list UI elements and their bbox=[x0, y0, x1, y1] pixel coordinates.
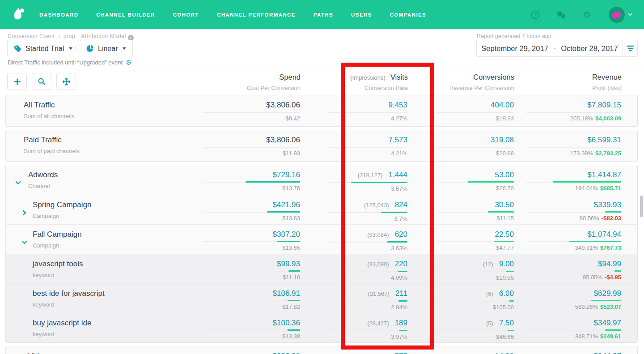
row-type: keyword bbox=[33, 301, 105, 308]
nav-item-dashboard[interactable]: DASHBOARD bbox=[39, 12, 78, 17]
table-header: Spend Cost Per Conversion (Impressions)V… bbox=[5, 69, 638, 94]
filter-icon[interactable] bbox=[623, 40, 637, 56]
help-icon[interactable]: ? bbox=[531, 10, 540, 19]
row-name[interactable]: Video bbox=[28, 352, 50, 354]
table-row[interactable]: Adwords Channel $729.16 $13.76 (218,127)… bbox=[6, 165, 637, 195]
spend-cell: $299.98 bbox=[193, 352, 300, 354]
visits-value[interactable]: 189 bbox=[395, 319, 407, 327]
row-name[interactable]: All Traffic bbox=[24, 101, 74, 110]
visits-value[interactable]: 220 bbox=[395, 260, 407, 268]
row-name[interactable]: Fall Campaign bbox=[33, 230, 82, 239]
conversion-event-dropdown[interactable]: Started Trial bbox=[7, 40, 79, 57]
search-button[interactable] bbox=[32, 73, 51, 90]
attribution-logo[interactable] bbox=[10, 7, 25, 22]
move-button[interactable] bbox=[56, 73, 76, 90]
chevron-down-icon[interactable] bbox=[15, 180, 21, 186]
nav-item-cohort[interactable]: COHORT bbox=[173, 12, 199, 17]
table-row[interactable]: Spring Campaign Campaign $421.96 $13.83 … bbox=[6, 195, 637, 224]
conversions-value[interactable]: 319.08 bbox=[491, 136, 514, 144]
table-row[interactable]: javascript tools keyword $99.93 $11.10 (… bbox=[6, 254, 637, 283]
visits-value[interactable]: 824 bbox=[395, 200, 407, 209]
nav-item-paths[interactable]: PATHS bbox=[314, 12, 333, 17]
visits-value[interactable]: 9,453 bbox=[388, 101, 407, 109]
revenue-value[interactable]: $1,074.94 bbox=[587, 230, 621, 239]
revenue-value[interactable]: $339.93 bbox=[594, 200, 621, 209]
profit-percent: 589.26% bbox=[575, 303, 598, 310]
visits-value[interactable]: 575 bbox=[395, 352, 407, 354]
conversion-rate: 2.84% bbox=[300, 304, 407, 311]
column-header-conversions[interactable]: Conversions Revenue Per Conversion bbox=[407, 73, 514, 91]
nav-item-companies[interactable]: COMPANIES bbox=[390, 12, 426, 17]
table-row[interactable]: best ide for javascript keyword $106.91 … bbox=[6, 283, 637, 313]
nav-item-users[interactable]: USERS bbox=[351, 12, 372, 17]
conversions-value[interactable]: 6.00 bbox=[499, 289, 514, 298]
vertical-scrollbar-thumb[interactable] bbox=[640, 196, 643, 217]
column-header-visits[interactable]: (Impressions)Visits Conversion Rate bbox=[301, 73, 408, 91]
spend-value[interactable]: $307.20 bbox=[193, 230, 300, 239]
attribution-model-dropdown[interactable]: Linear bbox=[80, 40, 133, 57]
profit-value: -$82.03 bbox=[602, 215, 621, 222]
settings-gear-icon[interactable]: ⚙ bbox=[126, 60, 131, 65]
nav-item-channel-performance[interactable]: CHANNEL PERFORMANCE bbox=[217, 12, 296, 17]
spend-value[interactable]: $106.91 bbox=[193, 289, 300, 298]
row-card-all-traffic: All Traffic Sum of all channels $3,806.0… bbox=[5, 95, 638, 127]
add-column-button[interactable] bbox=[7, 73, 27, 90]
spend-value[interactable]: $100.36 bbox=[193, 319, 300, 327]
chevron-down-icon[interactable] bbox=[21, 239, 27, 245]
spend-value[interactable]: $421.96 bbox=[193, 200, 300, 209]
revenue-per-conversion: $20.68 bbox=[407, 150, 514, 157]
revenue-value[interactable]: $94.99 bbox=[598, 260, 621, 268]
gear-icon[interactable]: ⚙ bbox=[583, 10, 592, 19]
row-name[interactable]: Adwords bbox=[28, 171, 58, 179]
row-name[interactable]: best ide for javascript bbox=[33, 289, 105, 298]
profit-percent: 194.04% bbox=[575, 185, 598, 192]
column-header-spend[interactable]: Spend Cost Per Conversion bbox=[193, 73, 301, 91]
chevron-down-icon[interactable] bbox=[628, 13, 632, 16]
table-row[interactable]: Fall Campaign Campaign $307.20 $13.65 (9… bbox=[6, 224, 637, 254]
visits-value[interactable]: 1,444 bbox=[388, 171, 407, 179]
profit-value: $249.61 bbox=[600, 333, 621, 340]
row-name[interactable]: javascript tools bbox=[33, 260, 83, 269]
visits-value[interactable]: 211 bbox=[395, 289, 407, 298]
visits-value[interactable]: 7,573 bbox=[388, 136, 407, 144]
visits-value[interactable]: 620 bbox=[395, 230, 407, 239]
row-name[interactable]: buy javascript ide bbox=[33, 319, 91, 328]
profit-value: $523.07 bbox=[600, 303, 621, 310]
revenue-value[interactable]: $944.97 bbox=[594, 352, 621, 354]
conversions-value[interactable]: 22.50 bbox=[495, 230, 514, 239]
table-row[interactable]: Paid Traffic Sum of paid channels $3,806… bbox=[6, 130, 637, 161]
nav-item-channel-builder[interactable]: CHANNEL BUILDER bbox=[96, 12, 155, 17]
spend-cell: $99.93 $11.10 bbox=[193, 260, 300, 281]
conversions-value[interactable]: 404.00 bbox=[491, 101, 514, 109]
revenue-value[interactable]: $1,414.87 bbox=[587, 171, 621, 179]
chat-icon[interactable] bbox=[557, 10, 566, 19]
row-name[interactable]: Paid Traffic bbox=[24, 136, 80, 145]
table-row[interactable]: buy javascript ide keyword $100.36 $13.3… bbox=[6, 313, 637, 342]
chevron-right-icon[interactable] bbox=[21, 210, 27, 216]
revenue-value[interactable]: $7,809.15 bbox=[587, 101, 621, 109]
add-prop-link[interactable]: + prop bbox=[58, 33, 75, 39]
spend-value[interactable]: $99.93 bbox=[193, 260, 300, 268]
conversions-value[interactable]: 7.50 bbox=[499, 319, 514, 327]
spend-value[interactable]: $729.16 bbox=[193, 171, 300, 179]
conversions-value[interactable]: 14.00 bbox=[495, 352, 514, 354]
table-row[interactable]: Video Channel $299.98 575 14.00 $944.97 bbox=[6, 346, 637, 354]
revenue-value[interactable]: $349.97 bbox=[594, 319, 621, 327]
profit-value: $4,003.09 bbox=[595, 115, 621, 122]
revenue-value[interactable]: $6,599.31 bbox=[587, 136, 621, 144]
table-row[interactable]: All Traffic Sum of all channels $3,806.0… bbox=[6, 95, 637, 126]
conversion-rate: 3.97% bbox=[300, 333, 407, 340]
user-menu[interactable] bbox=[609, 7, 632, 23]
spend-cell: $729.16 $13.76 bbox=[193, 171, 300, 192]
spend-cell: $100.36 $13.38 bbox=[193, 319, 300, 340]
conversions-value[interactable]: 9.00 bbox=[499, 260, 514, 268]
conversions-value[interactable]: 30.50 bbox=[495, 200, 514, 209]
avatar[interactable] bbox=[609, 7, 625, 23]
spend-value[interactable]: $299.98 bbox=[193, 352, 300, 354]
impressions-value: (218,127) bbox=[358, 172, 383, 179]
revenue-value[interactable]: $629.98 bbox=[594, 289, 621, 298]
date-range-picker[interactable]: September 29, 2017 - October 28, 2017 bbox=[476, 40, 638, 57]
conversions-value[interactable]: 53.00 bbox=[495, 171, 514, 179]
row-name[interactable]: Spring Campaign bbox=[33, 200, 91, 209]
column-header-revenue[interactable]: Revenue Profit (loss) bbox=[514, 73, 622, 91]
